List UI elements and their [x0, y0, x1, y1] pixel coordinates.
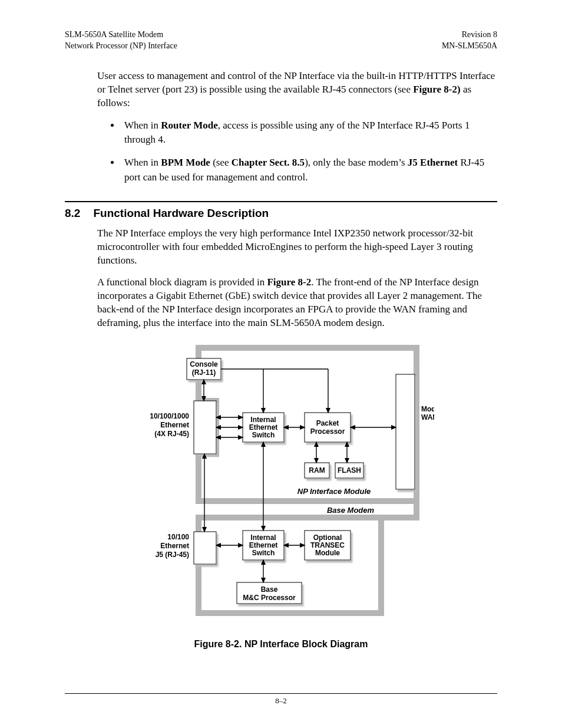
svg-text:Internal: Internal [250, 416, 276, 424]
svg-text:(RJ-11): (RJ-11) [192, 368, 216, 377]
svg-text:Ethernet: Ethernet [249, 541, 278, 549]
base-modem-outline-top [199, 383, 416, 518]
page: SLM-5650A Satellite Modem Network Proces… [0, 0, 562, 728]
figure-caption: Figure 8-2. NP Interface Block Diagram [65, 639, 497, 650]
svg-text:10/100/1000: 10/100/1000 [150, 412, 189, 420]
revision: Revision 8 [442, 29, 497, 41]
svg-text:Ethernet: Ethernet [160, 542, 189, 550]
page-number: 8–2 [275, 696, 287, 705]
svg-text:10/100: 10/100 [167, 533, 189, 541]
svg-text:M&C Processor: M&C Processor [243, 594, 296, 602]
bullet-router-mode: When in Router Mode, access is possible … [121, 118, 497, 147]
svg-text:Packet: Packet [316, 419, 339, 427]
bullet-bpm-mode: When in BPM Mode (see Chapter Sect. 8.5)… [121, 156, 497, 185]
modem-wan-box [396, 374, 415, 489]
svg-text:J5 (RJ-45): J5 (RJ-45) [156, 551, 189, 559]
svg-text:WAN: WAN [421, 413, 434, 421]
svg-text:Ethernet: Ethernet [249, 423, 278, 431]
section-number: 8.2 [65, 207, 80, 220]
page-footer: 8–2 [65, 693, 497, 706]
svg-text:FLASH: FLASH [338, 466, 361, 475]
svg-text:Modem: Modem [421, 405, 434, 413]
svg-text:Console: Console [190, 360, 218, 368]
diagram-svg: Console (RJ-11) 10/100/1000 Ethernet (4X… [128, 342, 434, 631]
svg-text:RAM: RAM [309, 466, 325, 475]
section-p2: A functional block diagram is provided i… [97, 276, 497, 330]
svg-text:Base: Base [261, 585, 278, 594]
intro-paragraph: User access to management and control of… [97, 70, 497, 110]
figure-block-diagram: Console (RJ-11) 10/100/1000 Ethernet (4X… [65, 342, 497, 631]
svg-text:NP Interface Module: NP Interface Module [297, 487, 371, 496]
section-p1: The NP Interface employs the very high p… [97, 227, 497, 268]
j5-port-box [194, 532, 216, 564]
svg-text:Base Modem: Base Modem [327, 506, 375, 515]
svg-rect-6 [396, 374, 415, 489]
svg-rect-1 [194, 401, 216, 454]
manual-number: MN-SLM5650A [442, 41, 497, 52]
page-header: SLM-5650A Satellite Modem Network Proces… [65, 29, 497, 52]
svg-text:Ethernet: Ethernet [160, 421, 189, 429]
svg-rect-7 [194, 532, 216, 564]
header-left: SLM-5650A Satellite Modem Network Proces… [65, 29, 177, 52]
bullet-list: When in Router Mode, access is possible … [121, 118, 497, 185]
svg-text:Optional: Optional [313, 533, 342, 542]
product-name: SLM-5650A Satellite Modem [65, 29, 177, 41]
svg-text:Processor: Processor [310, 427, 345, 436]
section-rule [65, 201, 497, 202]
gbe-port-box [194, 401, 216, 454]
svg-text:Switch: Switch [252, 431, 275, 439]
header-right: Revision 8 MN-SLM5650A [442, 29, 497, 52]
section-heading: 8.2 Functional Hardware Description [65, 207, 497, 220]
interface-name: Network Processor (NP) Interface [65, 41, 177, 52]
svg-text:(4X RJ-45): (4X RJ-45) [154, 430, 189, 438]
svg-text:Switch: Switch [252, 549, 275, 557]
svg-text:TRANSEC: TRANSEC [310, 541, 345, 549]
svg-text:Module: Module [315, 549, 340, 557]
section-title: Functional Hardware Description [93, 207, 269, 220]
svg-text:Internal: Internal [250, 533, 276, 542]
